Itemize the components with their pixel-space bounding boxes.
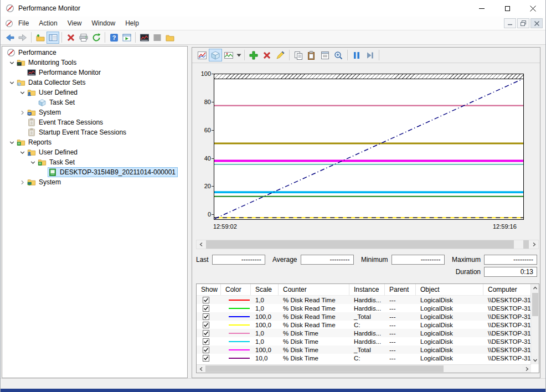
menu-help[interactable]: Help: [120, 17, 144, 30]
tree-item-event-trace-sessions[interactable]: Event Trace Sessions: [2, 117, 187, 127]
chevron-down-icon[interactable]: [7, 79, 17, 86]
table-row[interactable]: 100,0 % Disk Read Time _Total --- Logica…: [197, 312, 539, 321]
tree-item-user-defined-reports[interactable]: User Defined: [2, 147, 187, 157]
chevron-down-icon[interactable]: [7, 59, 17, 66]
scroll-right-arrow[interactable]: [529, 240, 538, 249]
chart-scrollbar[interactable]: [196, 240, 539, 249]
scroll-up-arrow[interactable]: [531, 284, 539, 292]
close-button[interactable]: [520, 0, 545, 17]
chevron-right-icon[interactable]: [17, 179, 27, 185]
average-label: Average: [272, 256, 297, 264]
forward-button[interactable]: [16, 32, 29, 44]
header-parent[interactable]: Parent: [385, 284, 416, 295]
chevron-down-icon[interactable]: [7, 139, 17, 146]
mdi-restore-button[interactable]: [517, 18, 529, 28]
chevron-down-icon[interactable]: [17, 149, 27, 156]
maximize-button[interactable]: [495, 0, 520, 17]
help-button[interactable]: ?: [107, 32, 120, 44]
show-hide-console-tree-button[interactable]: [47, 32, 59, 44]
header-color[interactable]: Color: [221, 284, 251, 295]
tree-item-system-dcs[interactable]: System: [2, 107, 187, 117]
header-computer[interactable]: Computer: [483, 284, 530, 295]
chevron-right-icon[interactable]: [17, 109, 27, 116]
view-current-activity-button[interactable]: [195, 49, 209, 61]
show-checkbox[interactable]: [203, 355, 209, 362]
properties-button[interactable]: [318, 49, 332, 61]
graph-type-dropdown[interactable]: [235, 49, 242, 61]
highlight-button[interactable]: [274, 49, 287, 61]
scroll-right-arrow[interactable]: [522, 365, 531, 373]
maximum-value-field: ---------: [484, 255, 537, 265]
tree-item-reports[interactable]: Reports: [2, 137, 187, 147]
header-object[interactable]: Object: [416, 284, 483, 295]
scrollbar-thumb[interactable]: [532, 293, 538, 316]
tree-item-task-set-dcs[interactable]: Task Set: [2, 97, 187, 107]
scrollbar-thumb[interactable]: [206, 240, 514, 249]
header-instance[interactable]: Instance: [349, 284, 385, 295]
scroll-left-arrow[interactable]: [197, 240, 205, 249]
table-row[interactable]: 1,0 % Disk Read Time Harddis... --- Logi…: [197, 296, 539, 304]
header-counter[interactable]: Counter: [279, 284, 349, 295]
selected-tree-item[interactable]: DESKTOP-315I4B9_20211014-000001: [48, 168, 177, 177]
zoom-button[interactable]: [332, 49, 345, 61]
performance-view-button[interactable]: [138, 32, 151, 44]
tree-item-performance-monitor[interactable]: Performance Monitor: [2, 68, 187, 78]
menu-window[interactable]: Window: [87, 17, 121, 30]
header-show[interactable]: Show: [197, 284, 221, 295]
table-horizontal-scrollbar[interactable]: [197, 364, 531, 373]
placeholder-button[interactable]: [151, 32, 163, 44]
table-row[interactable]: 1,0 % Disk Read Time Harddis... --- Logi…: [197, 304, 539, 312]
table-row[interactable]: 100,0 % Disk Time _Total --- LogicalDisk…: [197, 345, 539, 354]
scrollbar-track[interactable]: [514, 240, 523, 249]
tree-item-data-collector-sets[interactable]: Data Collector Sets: [2, 78, 187, 87]
tree-item-monitoring-tools[interactable]: Monitoring Tools: [2, 58, 187, 68]
back-button[interactable]: [3, 32, 16, 44]
tree-item-performance[interactable]: Performance: [2, 48, 187, 58]
header-scale[interactable]: Scale: [251, 284, 279, 295]
menu-view[interactable]: View: [63, 17, 87, 30]
show-checkbox[interactable]: [203, 338, 209, 345]
show-checkbox[interactable]: [203, 305, 209, 312]
add-counter-button[interactable]: [247, 49, 260, 61]
chevron-down-icon[interactable]: [28, 159, 38, 166]
show-checkbox[interactable]: [203, 347, 209, 353]
export-button[interactable]: [34, 32, 47, 44]
table-row[interactable]: 1,0 % Disk Time Harddis... --- LogicalDi…: [197, 337, 539, 345]
folder-button[interactable]: [163, 32, 176, 44]
show-checkbox[interactable]: [203, 313, 209, 320]
chevron-down-icon[interactable]: [17, 89, 27, 96]
scrollbar-end-piece[interactable]: [523, 240, 529, 249]
minimize-button[interactable]: [469, 0, 495, 17]
freeze-display-button[interactable]: [350, 49, 363, 61]
refresh-button[interactable]: [90, 32, 102, 44]
tree-item-startup-event-trace-sessions[interactable]: Startup Event Trace Sessions: [2, 127, 187, 137]
tree-item-report-desktop[interactable]: DESKTOP-315I4B9_20211014-000001: [2, 167, 187, 177]
delete-counter-button[interactable]: [260, 49, 274, 61]
new-window-button[interactable]: [120, 32, 133, 44]
mdi-minimize-button[interactable]: [504, 18, 516, 28]
copy-properties-button[interactable]: [292, 49, 305, 61]
show-checkbox[interactable]: [203, 297, 209, 303]
change-graph-type-button[interactable]: [222, 49, 235, 61]
print-button[interactable]: [77, 32, 90, 44]
scrollbar-thumb[interactable]: [205, 365, 444, 372]
show-checkbox[interactable]: [203, 322, 209, 328]
view-log-data-button[interactable]: [209, 49, 222, 61]
menu-file[interactable]: File: [13, 17, 34, 30]
scroll-down-arrow[interactable]: [531, 356, 539, 364]
tree-item-system-reports[interactable]: System: [2, 177, 187, 187]
table-row[interactable]: 100,0 % Disk Read Time C: --- LogicalDis…: [197, 321, 539, 329]
scrollbar-track[interactable]: [444, 365, 522, 373]
scroll-left-arrow[interactable]: [197, 365, 205, 373]
table-row[interactable]: 1,0 % Disk Time Harddis... --- LogicalDi…: [197, 329, 539, 337]
table-vertical-scrollbar[interactable]: [530, 284, 539, 364]
show-checkbox[interactable]: [203, 330, 209, 337]
tree-item-user-defined-dcs[interactable]: User Defined: [2, 87, 187, 97]
mdi-close-button[interactable]: [530, 18, 543, 28]
table-row[interactable]: 10,0 % Disk Time C: --- LogicalDisk \\DE…: [197, 354, 539, 362]
delete-button[interactable]: [64, 32, 77, 44]
paste-counter-list-button[interactable]: [305, 49, 318, 61]
update-data-button[interactable]: [363, 49, 377, 61]
tree-item-task-set-reports[interactable]: Task Set: [2, 157, 187, 167]
menu-action[interactable]: Action: [34, 17, 62, 30]
